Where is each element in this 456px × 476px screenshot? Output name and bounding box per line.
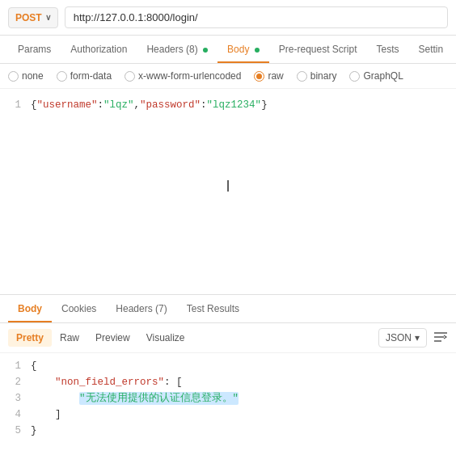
response-body: 1 { 2 "non_field_errors": [ 3 "无法使用提供的认证… [0,353,456,476]
tab-settings[interactable]: Settin [409,36,454,63]
json-format-select[interactable]: JSON ▾ [378,328,427,348]
body-dot [255,48,260,53]
resp-line-4: 4 ] [0,406,456,423]
option-binary[interactable]: binary [297,70,337,82]
format-raw[interactable]: Raw [52,329,87,347]
method-chevron-icon: ∨ [45,13,51,22]
option-raw[interactable]: raw [254,70,283,82]
url-input[interactable] [65,6,448,28]
json-select-chevron-icon: ▾ [415,332,420,343]
headers-dot [203,48,208,53]
tab-body[interactable]: Body [217,36,269,63]
tab-params[interactable]: Params [8,36,61,63]
code-line-1: 1 {"username":"lqz","password":"lqz1234"… [0,97,456,113]
resp-line-5: 5 } [0,423,456,439]
radio-binary [297,71,307,82]
option-form-data[interactable]: form-data [57,70,112,82]
cursor-icon: I [226,177,230,196]
filter-icon[interactable] [433,331,448,345]
request-tabs: Params Authorization Headers (8) Body Pr… [0,36,456,64]
response-tabs: Body Cookies Headers (7) Test Results [0,295,456,323]
resp-line-2: 2 "non_field_errors": [ [0,374,456,390]
radio-raw [254,71,264,82]
resp-tab-body[interactable]: Body [8,295,52,322]
radio-urlencoded [125,71,135,82]
method-label: POST [15,12,42,23]
url-bar: POST ∨ [0,0,456,36]
option-urlencoded[interactable]: x-www-form-urlencoded [125,70,241,82]
resp-tab-test-results[interactable]: Test Results [177,295,249,322]
radio-none [8,71,19,82]
resp-tab-headers[interactable]: Headers (7) [106,295,176,322]
tab-tests[interactable]: Tests [367,36,409,63]
method-select[interactable]: POST ∨ [8,7,58,28]
tab-pre-request[interactable]: Pre-request Script [269,36,367,63]
body-options: none form-data x-www-form-urlencoded raw… [0,64,456,89]
resp-line-1: 1 { [0,358,456,374]
resp-tab-cookies[interactable]: Cookies [52,295,106,322]
format-visualize[interactable]: Visualize [138,329,193,347]
request-body-editor[interactable]: 1 {"username":"lqz","password":"lqz1234"… [0,89,456,295]
format-pretty[interactable]: Pretty [8,329,52,347]
option-none[interactable]: none [8,70,44,82]
option-graphql[interactable]: GraphQL [349,70,403,82]
radio-form-data [57,71,67,82]
response-toolbar: Pretty Raw Preview Visualize JSON ▾ [0,323,456,353]
tab-headers[interactable]: Headers (8) [137,36,217,63]
format-preview[interactable]: Preview [87,329,138,347]
tab-authorization[interactable]: Authorization [61,36,137,63]
resp-line-3: 3 "无法使用提供的认证信息登录。" [0,390,456,406]
radio-graphql [349,71,360,82]
